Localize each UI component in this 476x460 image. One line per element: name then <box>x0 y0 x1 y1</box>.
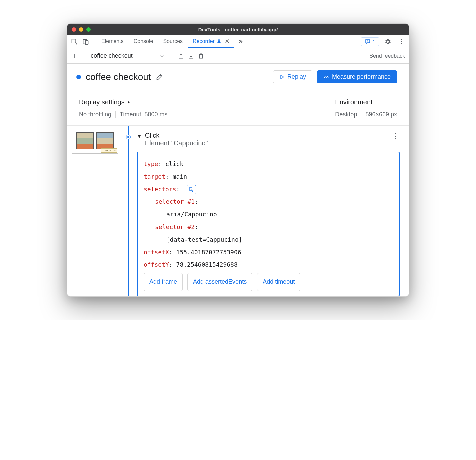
prop-offsetx: offsetX: 155.40187072753906 <box>144 246 393 259</box>
issues-icon <box>365 39 371 45</box>
recording-select-value: coffee checkout <box>91 52 133 59</box>
mug-graphic <box>76 132 94 149</box>
svg-rect-2 <box>85 40 88 44</box>
selector-1-value[interactable]: aria/Cappucino <box>144 208 393 221</box>
throttling-value: No throttling <box>79 111 111 118</box>
environment-settings: Environment Desktop 596×669 px <box>335 98 397 118</box>
settings-row: Replay settings No throttling Timeout: 5… <box>67 90 409 126</box>
settings-icon[interactable] <box>382 36 393 47</box>
thumbnail-price: Total: $0.00 <box>101 148 117 153</box>
window-titlebar: DevTools - coffee-cart.netlify.app/ <box>67 24 409 35</box>
issues-button[interactable]: 1 <box>361 37 379 46</box>
step-panel: ▼ Click Element "Cappucino" ⋮ type: clic… <box>133 126 409 296</box>
close-window-button[interactable] <box>72 27 76 32</box>
caret-right-icon <box>127 100 131 104</box>
gauge-icon <box>323 74 329 80</box>
measure-label: Measure performance <box>332 73 391 80</box>
prop-type: type: click <box>144 158 393 170</box>
flask-icon <box>217 39 221 44</box>
svg-point-5 <box>401 43 402 44</box>
recording-title: coffee checkout <box>86 72 151 82</box>
send-feedback-link[interactable]: Send feedback <box>369 53 405 59</box>
window-title: DevTools - coffee-cart.netlify.app/ <box>67 27 409 32</box>
export-icon[interactable] <box>178 53 184 59</box>
prop-selector-2: selector #2: <box>144 221 393 233</box>
timeout-value: Timeout: 5000 ms <box>120 111 167 118</box>
recording-header: coffee checkout Replay Measure performan… <box>67 64 409 90</box>
close-tab-icon[interactable]: ✕ <box>225 38 230 45</box>
divider <box>115 111 116 118</box>
replay-label: Replay <box>287 73 306 80</box>
add-property-row: Add frame Add assertedEvents Add timeout <box>144 273 393 291</box>
replay-button[interactable]: Replay <box>273 70 312 83</box>
svg-point-3 <box>401 39 402 40</box>
timeline-step-dot[interactable] <box>126 135 130 139</box>
tab-sources[interactable]: Sources <box>158 35 187 48</box>
divider <box>83 52 83 60</box>
screenshot-column: Total: $0.00 <box>67 126 124 296</box>
issues-count: 1 <box>373 39 375 44</box>
tab-elements[interactable]: Elements <box>97 35 128 48</box>
add-asserted-events-button[interactable]: Add assertedEvents <box>187 273 252 291</box>
kebab-menu-icon[interactable] <box>396 36 407 47</box>
tab-console[interactable]: Console <box>129 35 158 48</box>
selector-2-value[interactable]: [data-test=Cappucino] <box>144 233 393 246</box>
prop-selector-1: selector #1: <box>144 195 393 208</box>
traffic-lights <box>72 27 91 32</box>
svg-point-4 <box>401 41 402 42</box>
replay-settings-heading[interactable]: Replay settings <box>79 98 167 106</box>
device-mode-icon[interactable] <box>80 36 91 47</box>
element-picker-button[interactable] <box>187 185 196 194</box>
recording-status-dot <box>76 75 81 79</box>
step-more-icon[interactable]: ⋮ <box>392 132 400 140</box>
step-subtitle: Element "Cappucino" <box>145 139 208 147</box>
delete-icon[interactable] <box>198 53 204 59</box>
step-title: Click <box>145 132 208 139</box>
step-header[interactable]: ▼ Click Element "Cappucino" ⋮ <box>137 132 400 147</box>
tab-recorder[interactable]: Recorder ✕ <box>188 35 234 48</box>
import-icon[interactable] <box>188 53 194 59</box>
more-tabs-icon[interactable] <box>235 36 246 47</box>
new-recording-button[interactable] <box>71 53 78 59</box>
environment-heading: Environment <box>335 98 397 106</box>
prop-offsety: offsetY: 78.25460815429688 <box>144 258 393 271</box>
divider <box>94 38 94 45</box>
divider <box>361 111 361 118</box>
viewport-value: 596×669 px <box>365 111 397 118</box>
tab-label: Recorder <box>193 38 215 44</box>
timeline-track <box>124 126 133 296</box>
edit-title-icon[interactable] <box>156 73 163 81</box>
minimize-window-button[interactable] <box>79 27 83 32</box>
tab-bar: Elements Console Sources Recorder ✕ 1 <box>67 35 409 48</box>
add-frame-button[interactable]: Add frame <box>144 273 183 291</box>
add-timeout-button[interactable]: Add timeout <box>257 273 300 291</box>
timeline-line <box>128 126 129 296</box>
inspect-element-icon[interactable] <box>69 36 80 47</box>
devtools-window: DevTools - coffee-cart.netlify.app/ Elem… <box>67 23 409 297</box>
replay-settings: Replay settings No throttling Timeout: 5… <box>79 98 167 118</box>
screenshot-thumbnail[interactable]: Total: $0.00 <box>72 128 118 154</box>
mug-graphic <box>96 132 114 149</box>
recording-select[interactable]: coffee checkout <box>89 51 167 61</box>
prop-selectors: selectors: <box>144 183 393 196</box>
step-details: type: click target: main selectors: sele… <box>137 152 400 296</box>
play-icon <box>279 74 285 80</box>
timeline-area: Total: $0.00 ▼ Click Element "Cappucino"… <box>67 126 409 296</box>
device-value: Desktop <box>335 111 357 118</box>
measure-performance-button[interactable]: Measure performance <box>317 70 397 83</box>
caret-down-icon: ▼ <box>137 134 142 139</box>
divider <box>172 52 172 60</box>
recorder-toolbar: coffee checkout Send feedback <box>67 48 409 64</box>
prop-target: target: main <box>144 170 393 183</box>
maximize-window-button[interactable] <box>86 27 91 32</box>
chevron-down-icon <box>159 53 165 59</box>
